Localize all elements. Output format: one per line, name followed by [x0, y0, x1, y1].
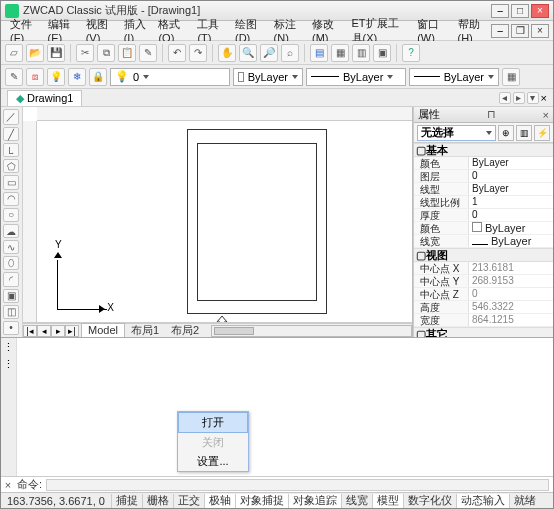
sheet-tab-layout2[interactable]: 布局2: [165, 323, 205, 338]
linetype-dropdown[interactable]: ByLayer: [306, 68, 406, 86]
prop-row-color[interactable]: 颜色ByLayer: [414, 157, 553, 170]
new-icon[interactable]: ▱: [5, 44, 23, 62]
tab-close-icon[interactable]: ×: [541, 92, 547, 104]
panel-close-icon[interactable]: ×: [543, 109, 549, 121]
insert-icon[interactable]: ▣: [3, 289, 19, 303]
doc-restore-button[interactable]: ❐: [511, 24, 529, 38]
paper-area[interactable]: Y X: [37, 121, 412, 322]
matchprop-icon[interactable]: ✎: [139, 44, 157, 62]
command-scrollbar[interactable]: [46, 479, 549, 491]
command-history[interactable]: 打开 关闭 设置...: [17, 338, 553, 476]
prop-row-ltscale[interactable]: 线型比例1: [414, 196, 553, 209]
pan-icon[interactable]: ✋: [218, 44, 236, 62]
status-model[interactable]: 模型: [372, 494, 403, 508]
freeze-icon[interactable]: ❄: [68, 68, 86, 86]
model-canvas[interactable]: Y X: [23, 107, 412, 323]
properties-header[interactable]: 属性 ⊓ ×: [414, 107, 553, 123]
prop-row-layer[interactable]: 图层0: [414, 170, 553, 183]
arc-icon[interactable]: ◠: [3, 192, 19, 206]
zoomwin-icon[interactable]: 🔎: [260, 44, 278, 62]
redo-icon[interactable]: ↷: [189, 44, 207, 62]
sheet-tab-layout1[interactable]: 布局1: [125, 323, 165, 338]
xline-icon[interactable]: ╱: [3, 127, 19, 141]
copy-icon[interactable]: ⧉: [97, 44, 115, 62]
status-otrack[interactable]: 对象追踪: [288, 494, 341, 508]
help-icon[interactable]: ?: [402, 44, 420, 62]
bulb-icon[interactable]: 💡: [47, 68, 65, 86]
props-icon[interactable]: ▤: [310, 44, 328, 62]
ctx-open[interactable]: 打开: [178, 412, 248, 433]
palette-icon[interactable]: ▥: [352, 44, 370, 62]
sheet-first-icon[interactable]: |◂: [23, 325, 37, 337]
prop-row-centerx[interactable]: 中心点 X213.6181: [414, 262, 553, 275]
status-lwt[interactable]: 线宽: [341, 494, 372, 508]
layerprop-icon[interactable]: ✎: [5, 68, 23, 86]
block-icon[interactable]: ◫: [3, 305, 19, 319]
selectobjects-icon[interactable]: ▥: [516, 125, 532, 141]
prop-row-centerz[interactable]: 中心点 Z0: [414, 288, 553, 301]
paste-icon[interactable]: 📋: [118, 44, 136, 62]
sheet-next-icon[interactable]: ▸: [51, 325, 65, 337]
save-icon[interactable]: 💾: [47, 44, 65, 62]
doc-close-button[interactable]: ×: [531, 24, 549, 38]
tab-nav-right-icon[interactable]: ▸: [513, 92, 525, 104]
tab-nav-left-icon[interactable]: ◂: [499, 92, 511, 104]
cut-icon[interactable]: ✂: [76, 44, 94, 62]
cmd-close-icon[interactable]: ×: [1, 479, 15, 491]
spline-icon[interactable]: ∿: [3, 240, 19, 254]
selection-dropdown[interactable]: 无选择: [417, 125, 496, 141]
doc-minimize-button[interactable]: ‒: [491, 24, 509, 38]
cmd-handle-icon[interactable]: ⋮: [3, 358, 14, 371]
calc-icon[interactable]: ▣: [373, 44, 391, 62]
quickselect-icon[interactable]: ⚡: [534, 125, 550, 141]
lock-icon[interactable]: 🔒: [89, 68, 107, 86]
doc-tab-drawing1[interactable]: ◆ Drawing1: [7, 90, 82, 106]
status-snap[interactable]: 捕捉: [111, 494, 142, 508]
ellipsearc-icon[interactable]: ◜: [3, 272, 19, 286]
lineweight-dropdown[interactable]: ByLayer: [409, 68, 499, 86]
dcenter-icon[interactable]: ▦: [331, 44, 349, 62]
status-osnap[interactable]: 对象捕捉: [235, 494, 288, 508]
status-coordinates[interactable]: 163.7356, 3.6671, 0: [1, 495, 111, 507]
pin-icon[interactable]: ⊓: [487, 108, 496, 121]
rectangle-icon[interactable]: ▭: [3, 175, 19, 189]
close-button[interactable]: ×: [531, 4, 549, 18]
collapse-icon[interactable]: ▢: [416, 144, 426, 157]
prop-row-width[interactable]: 宽度864.1215: [414, 314, 553, 327]
prop-row-thickness[interactable]: 厚度0: [414, 209, 553, 222]
sheet-last-icon[interactable]: ▸|: [65, 325, 79, 337]
tab-menu-icon[interactable]: ▾: [527, 92, 539, 104]
maximize-button[interactable]: □: [511, 4, 529, 18]
collapse-icon[interactable]: ▢: [416, 249, 426, 262]
polyline-icon[interactable]: Ⳑ: [3, 143, 19, 157]
scrollbar-thumb[interactable]: [214, 327, 254, 335]
zoom-icon[interactable]: 🔍: [239, 44, 257, 62]
sheet-tab-model[interactable]: Model: [81, 323, 125, 338]
revcloud-icon[interactable]: ☁: [3, 224, 19, 238]
prop-row-height[interactable]: 高度546.3322: [414, 301, 553, 314]
ellipse-icon[interactable]: ⬯: [3, 256, 19, 270]
status-ortho[interactable]: 正交: [173, 494, 204, 508]
line-icon[interactable]: ／: [3, 109, 19, 125]
open-icon[interactable]: 📂: [26, 44, 44, 62]
cmd-handle-icon[interactable]: ⋮: [3, 341, 14, 354]
status-grid[interactable]: 栅格: [142, 494, 173, 508]
undo-icon[interactable]: ↶: [168, 44, 186, 62]
sheet-prev-icon[interactable]: ◂: [37, 325, 51, 337]
ctx-settings[interactable]: 设置...: [178, 452, 248, 471]
prop-row-lineweight[interactable]: 线宽ByLayer: [414, 235, 553, 248]
prop-row-linetype[interactable]: 线型ByLayer: [414, 183, 553, 196]
command-line[interactable]: × 命令:: [1, 476, 553, 492]
plotstyle-icon[interactable]: ▦: [502, 68, 520, 86]
status-polar[interactable]: 极轴: [204, 494, 235, 508]
layerstate-icon[interactable]: ⧇: [26, 68, 44, 86]
polygon-icon[interactable]: ⬠: [3, 159, 19, 173]
prop-row-pcolor[interactable]: 颜色ByLayer: [414, 222, 553, 235]
point-icon[interactable]: •: [3, 321, 19, 335]
circle-icon[interactable]: ○: [3, 208, 19, 222]
layer-dropdown[interactable]: 💡0: [110, 68, 230, 86]
status-digitizer[interactable]: 数字化仪: [403, 494, 456, 508]
color-dropdown[interactable]: ByLayer: [233, 68, 303, 86]
status-dyn[interactable]: 动态输入: [456, 494, 509, 508]
toggle-pickadd-icon[interactable]: ⊕: [498, 125, 514, 141]
